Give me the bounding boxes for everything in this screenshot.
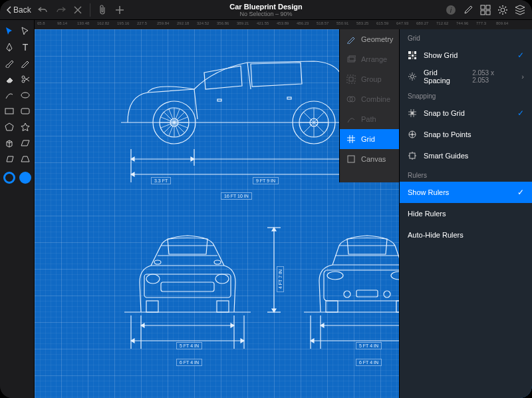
pencil-tool[interactable]: [18, 56, 33, 71]
trapezoid-tool[interactable]: [18, 152, 33, 166]
path-icon: [346, 114, 356, 124]
svg-rect-40: [144, 274, 231, 298]
menu-geometry[interactable]: Geometry: [340, 29, 399, 49]
svg-rect-81: [414, 51, 416, 54]
svg-rect-44: [146, 301, 158, 312]
dim-height: 4 FT 7 IN: [277, 266, 284, 292]
undo-icon: [38, 5, 49, 15]
close-button[interactable]: [70, 2, 86, 18]
svg-rect-45: [217, 301, 229, 312]
menu-canvas[interactable]: Canvas: [340, 149, 399, 169]
polygon-tool[interactable]: [2, 120, 17, 134]
svg-rect-41: [161, 282, 214, 292]
redo-button[interactable]: [53, 2, 68, 18]
svg-rect-85: [408, 57, 411, 59]
svg-rect-5: [486, 11, 490, 15]
snap-grid-icon: [408, 108, 417, 118]
show-rulers-row[interactable]: Show Rulers ✓: [400, 182, 532, 203]
hide-rulers-row[interactable]: Hide Rulers: [400, 203, 532, 224]
eraser-tool[interactable]: [2, 72, 17, 87]
dim-side-top: 9 FT 9 IN: [253, 177, 279, 184]
add-button[interactable]: [112, 2, 128, 18]
svg-rect-87: [414, 57, 416, 59]
back-button[interactable]: Back: [4, 5, 34, 15]
smart-guides-row[interactable]: Smart Guides: [400, 145, 532, 166]
attach-button[interactable]: [94, 2, 110, 18]
dim-front-top: 5 FT 4 IN: [176, 342, 202, 349]
parallelogram-tool[interactable]: [2, 152, 17, 166]
direct-select-tool[interactable]: [18, 24, 33, 39]
pen-tool[interactable]: [2, 40, 17, 55]
3d-tool[interactable]: [2, 136, 17, 150]
car-side-view: [114, 43, 354, 149]
layers-button[interactable]: [512, 2, 528, 18]
star-tool[interactable]: [18, 120, 33, 134]
svg-rect-79: [408, 51, 411, 54]
snap-to-points-row[interactable]: Snap to Points: [400, 124, 532, 145]
settings-button[interactable]: [495, 2, 511, 18]
rulers-header: Rulers: [400, 166, 532, 182]
grid-header: Grid: [400, 29, 532, 45]
menu-arrange[interactable]: Arrange: [340, 49, 399, 69]
show-grid-row[interactable]: Show Grid ✓: [400, 45, 532, 66]
svg-rect-84: [414, 55, 416, 57]
gear-icon: [408, 72, 417, 81]
svg-point-9: [22, 80, 25, 83]
menu-grid[interactable]: Grid: [340, 129, 399, 149]
svg-rect-31: [217, 99, 221, 101]
combine-icon: [346, 95, 356, 104]
topbar: Back Car Blueprint Design No Selection –…: [0, 0, 532, 20]
snapping-header: Snapping: [400, 87, 532, 102]
grid-spacing-row[interactable]: Grid Spacing 2.053 x 2.053 ›: [400, 66, 532, 87]
info-icon: i: [446, 5, 456, 15]
menu-combine[interactable]: Combine: [340, 89, 399, 109]
group-icon: [346, 75, 356, 84]
fill-color[interactable]: [19, 172, 31, 184]
ellipse-icon: [21, 91, 30, 100]
stroke-color[interactable]: [3, 172, 15, 184]
svg-point-88: [411, 75, 414, 79]
menu-path[interactable]: Path: [340, 109, 399, 129]
rect-tool[interactable]: [2, 104, 17, 118]
scissors-icon: [21, 75, 30, 84]
check-icon: ✓: [517, 51, 524, 60]
snap-to-grid-row[interactable]: Snap to Grid ✓: [400, 102, 532, 124]
grid-submenu: Grid Show Grid ✓ Grid Spacing 2.053 x 2.…: [399, 29, 532, 398]
line-tool[interactable]: [2, 88, 17, 102]
svg-point-10: [21, 93, 29, 98]
arrange-icon: [346, 55, 356, 64]
paperclip-icon: [98, 5, 106, 15]
line-icon: [5, 91, 14, 100]
svg-rect-83: [412, 55, 414, 57]
undo-button[interactable]: [35, 2, 51, 18]
auto-hide-rulers-row[interactable]: Auto-Hide Rulers: [400, 224, 532, 246]
grid-view-icon: [480, 5, 491, 15]
scissors-tool[interactable]: [18, 72, 33, 87]
select-tool[interactable]: [2, 24, 17, 39]
text-tool[interactable]: T: [18, 40, 33, 55]
svg-rect-4: [481, 11, 485, 15]
view-button[interactable]: [477, 2, 493, 18]
front-dimensions: [121, 315, 254, 355]
svg-rect-2: [481, 5, 485, 9]
svg-point-6: [501, 8, 505, 12]
edit-button[interactable]: [460, 2, 476, 18]
document-subtitle: No Selection – 90%: [229, 11, 302, 17]
rect-icon: [5, 106, 14, 116]
ellipse-tool[interactable]: [18, 88, 33, 102]
menu-group[interactable]: Group: [340, 69, 399, 89]
roundrect-tool[interactable]: [18, 104, 33, 118]
pencil-draw-icon: [21, 59, 30, 68]
svg-point-42: [146, 274, 160, 284]
info-button[interactable]: i: [443, 2, 459, 18]
brush-tool[interactable]: [2, 56, 17, 71]
svg-point-46: [154, 260, 161, 264]
back-label: Back: [13, 5, 31, 15]
canvas[interactable]: 3.3 FT 9 FT 9 IN 16 FT 10 IN: [35, 29, 532, 398]
pencil-icon: [346, 35, 356, 44]
snap-points-icon: [408, 130, 417, 139]
svg-point-89: [411, 112, 414, 114]
left-toolbar: T: [0, 20, 35, 398]
svg-rect-86: [412, 57, 414, 59]
skew-tool[interactable]: [18, 136, 33, 150]
